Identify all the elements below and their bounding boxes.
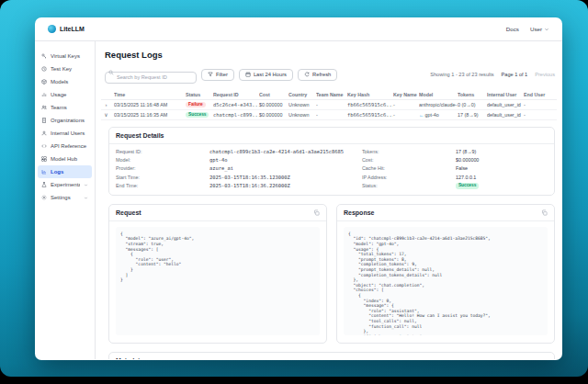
user-menu[interactable]: User [530, 26, 549, 32]
response-panel: Response { "id": "chatcmpl-c899c1b3-ca2e… [336, 204, 555, 344]
sidebar-item-teams[interactable]: Teams [38, 101, 92, 114]
cell-cost: $0.000000 [259, 112, 288, 118]
status-badge: Success [186, 112, 209, 119]
sidebar-item-settings[interactable]: Settings [38, 191, 92, 204]
logs-toolbar: Filter Last 24 Hours Refresh Showing 1 -… [105, 66, 557, 84]
sidebar-item-test-key[interactable]: Test Key [38, 62, 92, 75]
field-cost: Cost:$0.000000 [362, 157, 548, 163]
page-title: Request Logs [105, 50, 557, 60]
pagination: Showing 1 - 23 of 23 results Page 1 of 1… [430, 72, 557, 77]
docs-link[interactable]: Docs [506, 26, 519, 32]
cell-time: 03/15/2025 11:16:35 AM [114, 112, 186, 118]
brand-name: LiteLLM [60, 26, 85, 32]
cell-tokens: 0 (0→0) [458, 102, 487, 107]
request-panel: Request { "model": "azure_ai/gpt-4o", "s… [108, 204, 327, 344]
sidebar-item-virtual-keys[interactable]: Virtual Keys [38, 50, 92, 62]
search-icon [108, 70, 114, 75]
field-ip-address: IP Address:127.0.0.1 [362, 175, 548, 180]
cell-key-hash: fb66c565915c6... [347, 112, 393, 118]
cell-request-id: d5c26ce4-e343... [213, 102, 259, 107]
request-details-card: Request Details Request ID:chatcmpl-c899… [108, 127, 555, 196]
field-cache-hit: Cache Hit:False [362, 165, 548, 171]
main-content: Request Logs Filter Last 24 Hours [96, 41, 562, 359]
top-bar: LiteLLM Docs User [35, 17, 562, 41]
refresh-button[interactable]: Refresh [298, 69, 337, 81]
metadata-card: Metadata [108, 352, 555, 359]
sidebar-item-logs[interactable]: Logs [38, 165, 92, 178]
grid-icon [41, 156, 47, 162]
cell-model: anthropic/claude-... [419, 102, 458, 107]
sidebar-item-experimental[interactable]: Experimental [38, 178, 92, 191]
cell-key-hash: fb66c565915c6... [347, 102, 393, 107]
cell-tokens: 17 (8→9) [458, 112, 487, 118]
chevron-down-icon [84, 196, 88, 200]
sidebar-item-organizations[interactable]: Organizations [38, 114, 92, 127]
expand-row-icon[interactable]: › [101, 102, 114, 107]
field-status: Status:Success [362, 183, 548, 189]
code-icon [41, 143, 47, 149]
sidebar-item-usage[interactable]: Usage [38, 88, 92, 101]
cell-team-name: - [316, 102, 347, 107]
test-key-icon [41, 66, 47, 72]
cell-cost: $0.000000 [259, 102, 288, 107]
field-start-time: Start Time:2025-03-15T18:16:35.123000Z [116, 175, 362, 180]
search-wrap [105, 66, 197, 84]
request-details-header: Request Details [109, 128, 554, 144]
copy-icon[interactable] [541, 209, 548, 216]
chevron-down-icon [544, 27, 549, 32]
sidebar: Virtual Keys Test Key Models Usage Teams [35, 41, 96, 359]
filter-button[interactable]: Filter [201, 69, 234, 81]
sidebar-item-api-reference[interactable]: API Reference [38, 140, 92, 152]
cell-end-user: - [524, 102, 557, 107]
field-tokens: Tokens:17 (8→9) [362, 149, 548, 154]
cell-country: Unknown [288, 102, 316, 107]
collapse-row-icon[interactable]: ∨ [101, 111, 114, 118]
logs-icon [41, 169, 47, 175]
refresh-icon [304, 72, 310, 77]
search-input[interactable] [105, 72, 197, 84]
cell-request-id: chatcmpl-c899... [213, 112, 259, 118]
flask-icon [41, 182, 47, 187]
field-provider: Provider:azure_ai [116, 165, 362, 171]
cell-internal-user: default_user_id [487, 102, 524, 107]
request-response-panels: Request { "model": "azure_ai/gpt-4o", "s… [108, 204, 555, 344]
key-icon [41, 53, 47, 59]
cell-internal-user: default_user_id [487, 112, 524, 118]
cell-country: Unknown [288, 112, 316, 118]
cube-icon [41, 79, 47, 85]
request-details-fields: Request ID:chatcmpl-c899c1b3-ca2e-4214-a… [109, 144, 554, 195]
litellm-logo-icon [48, 25, 56, 33]
table-row[interactable]: › 03/15/2025 11:16:48 AM Failure d5c26ce… [101, 100, 557, 110]
cell-time: 03/15/2025 11:16:48 AM [114, 102, 186, 107]
sidebar-item-model-hub[interactable]: Model Hub [38, 152, 92, 165]
cell-team-name: - [316, 112, 347, 118]
results-summary: Showing 1 - 23 of 23 results [430, 72, 493, 77]
cell-end-user: - [524, 112, 557, 118]
status-badge: Failure [186, 102, 206, 108]
sidebar-item-internal-users[interactable]: Internal Users [38, 127, 92, 140]
expanded-row-detail: Request Details Request ID:chatcmpl-c899… [108, 127, 555, 360]
table-row-expanded[interactable]: ∨ 03/15/2025 11:16:35 AM Success chatcmp… [101, 110, 557, 120]
previous-page-button[interactable]: Previous [535, 72, 555, 77]
logs-table: Time Status Request ID Cost Country Team… [101, 91, 557, 120]
bar-chart-icon [41, 92, 47, 97]
building-icon [41, 118, 47, 123]
time-range-button[interactable]: Last 24 Hours [239, 69, 293, 81]
field-request-id: Request ID:chatcmpl-c899c1b3-ca2e-4214-a… [116, 149, 362, 154]
copy-icon[interactable] [313, 209, 320, 216]
field-end-time: End Time:2025-03-15T18:16:36.226000Z [116, 183, 362, 188]
provider-icon: ← [419, 112, 424, 118]
user-icon [41, 130, 47, 136]
cell-status: Failure [186, 101, 213, 108]
sidebar-item-models[interactable]: Models [38, 75, 92, 88]
table-header-row: Time Status Request ID Cost Country Team… [101, 91, 557, 100]
cell-key-name: - [393, 102, 419, 107]
top-nav: Docs User [506, 26, 549, 32]
teams-icon [41, 105, 47, 110]
cell-key-name: - [393, 112, 419, 118]
calendar-icon [245, 72, 251, 77]
chevron-down-icon [84, 183, 88, 187]
field-model: Model:gpt-4o [116, 157, 362, 163]
request-json: { "model": "azure_ai/gpt-4o", "stream": … [116, 227, 320, 335]
gear-icon [41, 195, 47, 200]
